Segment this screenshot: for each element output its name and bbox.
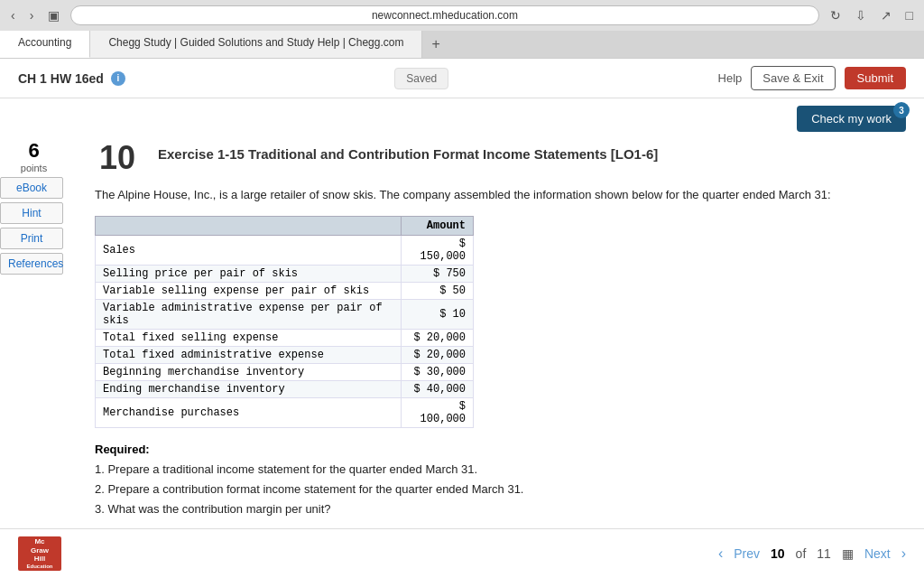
required-label: Required: [95, 443, 906, 456]
row-value: $ 100,000 [401, 397, 473, 427]
problem-text: The Alpine House, Inc., is a large retai… [95, 186, 906, 205]
table-row: Merchandise purchases$ 100,000 [96, 397, 474, 427]
tab-accounting[interactable]: Accounting [0, 31, 90, 58]
question-body: 10 Exercise 1-15 Traditional and Contrib… [95, 139, 906, 578]
share-button[interactable]: ↗ [877, 6, 895, 24]
tab-bar: Accounting Chegg Study | Guided Solution… [0, 31, 924, 58]
next-arrow[interactable]: › [901, 545, 906, 562]
row-value: $ 50 [401, 282, 473, 299]
table-row: Ending merchandise inventory$ 40,000 [96, 380, 474, 397]
nav-controls: ‹ Prev 10 of 11 ▦ Next › [718, 545, 906, 562]
row-label: Merchandise purchases [96, 397, 402, 427]
question-header: 10 Exercise 1-15 Traditional and Contrib… [95, 139, 906, 177]
required-item: 1. Prepare a traditional income statemen… [95, 460, 906, 480]
check-my-work-button[interactable]: Check my work [797, 106, 906, 132]
current-page: 10 [771, 546, 785, 561]
info-icon[interactable]: i [111, 71, 125, 86]
browser-chrome: ‹ › ▣ ↻ ⇩ ↗ □ Accounting Chegg Study | G… [0, 0, 924, 59]
new-tab-button[interactable]: + [422, 31, 448, 58]
saved-badge: Saved [394, 68, 448, 89]
table-row: Selling price per pair of skis$ 750 [96, 265, 474, 282]
points-value: 6 [0, 139, 68, 163]
question-title: Exercise 1-15 Traditional and Contributi… [158, 146, 658, 162]
row-value: $ 20,000 [401, 329, 473, 346]
table-row: Beginning merchandise inventory$ 30,000 [96, 363, 474, 380]
course-title: CH 1 HW 16ed [18, 71, 104, 86]
row-label: Sales [96, 235, 402, 265]
help-button[interactable]: Help [718, 71, 743, 85]
back-button[interactable]: ‹ [7, 6, 19, 24]
total-pages: 11 [817, 546, 831, 561]
row-label: Beginning merchandise inventory [96, 363, 402, 380]
tab-chegg[interactable]: Chegg Study | Guided Solutions and Study… [90, 31, 422, 58]
save-exit-button[interactable]: Save & Exit [751, 66, 835, 90]
download-button[interactable]: ⇩ [852, 6, 870, 24]
url-bar[interactable] [70, 5, 818, 25]
grid-icon[interactable]: ▦ [842, 546, 854, 561]
check-btn-container: Check my work 3 [0, 98, 924, 139]
header-buttons: Help Save & Exit Submit [718, 66, 906, 90]
table-row: Variable selling expense per pair of ski… [96, 282, 474, 299]
data-table: Amount Sales$ 150,000Selling price per p… [95, 216, 474, 428]
row-label: Total fixed selling expense [96, 329, 402, 346]
required-section: Required: 1. Prepare a traditional incom… [95, 443, 906, 519]
hint-button[interactable]: Hint [0, 202, 63, 224]
row-value: $ 750 [401, 265, 473, 282]
row-label: Selling price per pair of skis [96, 265, 402, 282]
sidebar: 6 points eBook Hint Print References [0, 139, 68, 278]
table-header-label [96, 216, 402, 235]
submit-button[interactable]: Submit [845, 67, 906, 89]
table-header-amount: Amount [401, 216, 473, 235]
course-title-area: CH 1 HW 16ed i [18, 71, 125, 86]
row-value: $ 10 [401, 299, 473, 329]
page-of-label: of [796, 546, 807, 561]
row-label: Total fixed administrative expense [96, 346, 402, 363]
table-row: Sales$ 150,000 [96, 235, 474, 265]
browser-toolbar: ‹ › ▣ ↻ ⇩ ↗ □ [0, 0, 924, 31]
check-badge: 3 [893, 102, 910, 118]
row-label: Ending merchandise inventory [96, 380, 402, 397]
ebook-button[interactable]: eBook [0, 177, 63, 199]
main-content: 6 points eBook Hint Print References 10 … [0, 139, 924, 578]
question-number: 10 [95, 139, 140, 177]
reload-button[interactable]: ↻ [827, 6, 845, 24]
print-button[interactable]: Print [0, 228, 63, 249]
row-label: Variable administrative expense per pair… [96, 299, 402, 329]
expand-button[interactable]: □ [902, 6, 917, 24]
mcgraw-hill-logo: Mc Graw Hill Education [18, 536, 61, 571]
app-header: CH 1 HW 16ed i Saved Help Save & Exit Su… [0, 59, 924, 98]
row-value: $ 150,000 [401, 235, 473, 265]
bottom-nav: Mc Graw Hill Education ‹ Prev 10 of 11 ▦… [0, 528, 924, 578]
required-item: 3. What was the contribution margin per … [95, 499, 906, 519]
prev-arrow[interactable]: ‹ [718, 545, 723, 562]
forward-button[interactable]: › [26, 6, 38, 24]
row-value: $ 30,000 [401, 363, 473, 380]
table-row: Variable administrative expense per pair… [96, 299, 474, 329]
prev-label[interactable]: Prev [734, 546, 760, 561]
table-row: Total fixed administrative expense$ 20,0… [96, 346, 474, 363]
points-label: points [0, 163, 68, 173]
required-item: 2. Prepare a contribution format income … [95, 480, 906, 499]
row-value: $ 20,000 [401, 346, 473, 363]
references-button[interactable]: References [0, 253, 63, 275]
row-value: $ 40,000 [401, 380, 473, 397]
next-label[interactable]: Next [864, 546, 891, 561]
window-button[interactable]: ▣ [44, 6, 63, 24]
row-label: Variable selling expense per pair of ski… [96, 282, 402, 299]
table-row: Total fixed selling expense$ 20,000 [96, 329, 474, 346]
